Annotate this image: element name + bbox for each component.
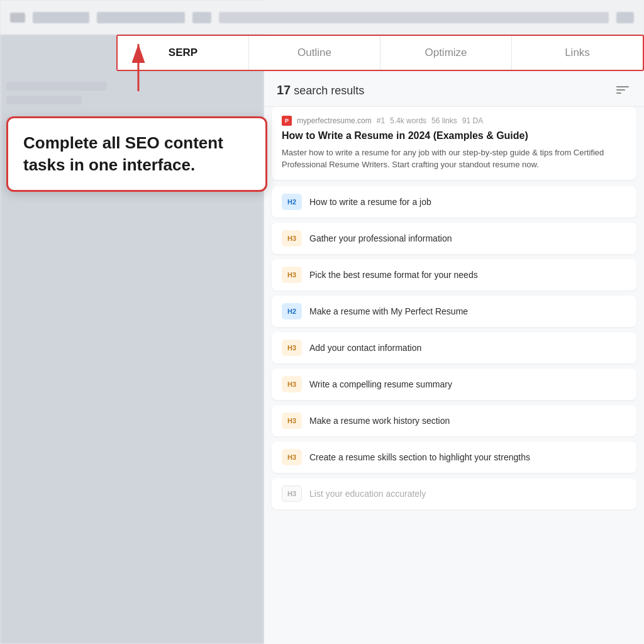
callout-text: Complete all SEO content tasks in one in…: [23, 133, 223, 174]
heading-item: H3Create a resume skills section to high…: [272, 441, 636, 473]
tab-outline[interactable]: Outline: [249, 36, 380, 70]
heading-item: H2Make a resume with My Perfect Resume: [272, 296, 636, 327]
heading-text: Make a resume work history section: [309, 416, 450, 426]
callout-box: Complete all SEO content tasks in one in…: [6, 116, 267, 192]
heading-text: How to write a resume for a job: [309, 197, 431, 207]
heading-badge: H3: [282, 267, 302, 283]
heading-badge: H3: [282, 376, 302, 392]
heading-badge: H3: [282, 486, 302, 502]
heading-text: Write a compelling resume summary: [309, 379, 452, 389]
action-icon: [616, 12, 634, 23]
heading-badge: H3: [282, 340, 302, 356]
heading-text: Create a resume skills section to highli…: [309, 452, 530, 462]
heading-badge: H3: [282, 449, 302, 465]
result-description: Master how to write a resume for any job…: [282, 147, 626, 171]
tab-links[interactable]: Links: [512, 36, 643, 70]
heading-badge: H3: [282, 230, 302, 247]
heading-text: Add your contact information: [309, 343, 421, 353]
tab-optimize[interactable]: Optimize: [380, 36, 512, 70]
arrow-annotation: [119, 38, 170, 97]
title-placeholder: [219, 12, 609, 23]
result-meta-info: #1 5.4k words 56 links 91 DA: [377, 116, 483, 125]
breadcrumb-placeholder: [97, 12, 185, 23]
tab-bar: SERP Outline Optimize Links: [116, 35, 644, 71]
main-panel: 17 search results P myperfectresume.com …: [264, 71, 644, 644]
nav-item: [192, 12, 211, 23]
results-count: 17 search results: [277, 83, 364, 97]
heading-text: Make a resume with My Perfect Resume: [309, 306, 468, 316]
heading-list: H2How to write a resume for a jobH3Gathe…: [264, 186, 644, 509]
heading-item: H3Pick the best resume format for your n…: [272, 259, 636, 291]
result-card: P myperfectresume.com #1 5.4k words 56 l…: [272, 107, 636, 180]
result-favicon: P: [282, 116, 292, 126]
heading-item: H2How to write a resume for a job: [272, 186, 636, 218]
results-header: 17 search results: [264, 71, 644, 107]
filter-icon[interactable]: [616, 82, 631, 97]
menu-icon: [10, 13, 25, 23]
heading-item: H3Write a compelling resume summary: [272, 369, 636, 400]
heading-badge: H3: [282, 413, 302, 429]
heading-item: H3Make a resume work history section: [272, 405, 636, 436]
top-bar: [0, 0, 644, 35]
sidebar-item: [6, 82, 107, 91]
result-meta: P myperfectresume.com #1 5.4k words 56 l…: [282, 116, 626, 126]
heading-text: Pick the best resume format for your nee…: [309, 270, 478, 280]
heading-badge: H2: [282, 303, 302, 319]
sidebar-item: [6, 96, 82, 104]
heading-badge: H2: [282, 194, 302, 210]
heading-item: H3List your education accurately: [272, 478, 636, 509]
heading-text: List your education accurately: [309, 489, 426, 499]
heading-item: H3Add your contact information: [272, 332, 636, 364]
logo-placeholder: [33, 12, 89, 23]
heading-item: H3Gather your professional information: [272, 223, 636, 254]
result-title: How to Write a Resume in 2024 (Examples …: [282, 130, 626, 143]
heading-text: Gather your professional information: [309, 233, 452, 243]
